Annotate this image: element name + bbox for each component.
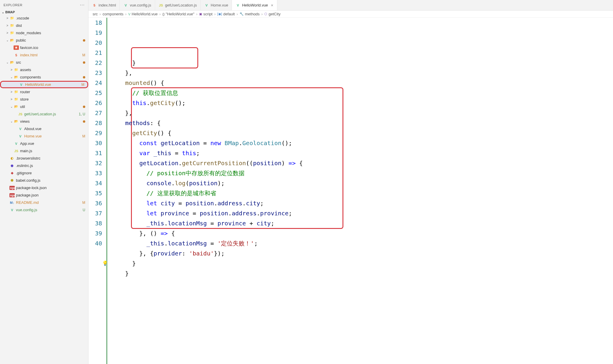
tree-item[interactable]: >📁.vscode <box>0 14 88 22</box>
close-icon[interactable]: × <box>271 3 273 8</box>
tree-item-label: favicon.ico <box>20 45 85 50</box>
tree-item[interactable]: VHome.vueM <box>0 132 88 140</box>
tree-item[interactable]: ⬢babel.config.js <box>0 177 88 184</box>
line-number: 22 <box>88 58 102 68</box>
tab-label: HelloWorld.vue <box>242 3 268 7</box>
code-line[interactable]: const getLocation = new BMap.Geolocation… <box>111 138 613 148</box>
tree-item[interactable]: VAbout.vue <box>0 125 88 132</box>
breadcrumb-segment[interactable]: src <box>93 12 98 16</box>
code-line[interactable]: _this.locationMsg = province + city; <box>111 218 613 228</box>
code-line[interactable]: } <box>111 58 613 68</box>
tree-item[interactable]: ★favicon.ico <box>0 44 88 51</box>
code-line[interactable]: let province = position.address.province… <box>111 208 613 218</box>
breadcrumb-separator-icon: › <box>261 12 263 16</box>
file-icon: 📁 <box>9 24 15 27</box>
line-number: 29 <box>88 128 102 138</box>
file-icon: ★ <box>14 45 19 50</box>
code-line[interactable]: let city = position.address.city; <box>111 198 613 208</box>
tree-item[interactable]: ◐.browserslistrc <box>0 155 88 162</box>
editor-tabs: 5index.htmlVvue.config.jsJSgetUserLocati… <box>88 0 613 11</box>
code-line[interactable]: console.log(position); <box>111 178 613 188</box>
code-line[interactable]: _this.locationMsg = '定位失败！'; <box>111 238 613 248</box>
editor-tab[interactable]: VHelloWorld.vue× <box>232 0 277 10</box>
code-area[interactable]: } }, mounted() { // 获取位置信息 this.getCity(… <box>108 18 613 364</box>
tree-item[interactable]: VApp.vue <box>0 140 88 147</box>
code-line[interactable]: getLocation.getCurrentPosition((position… <box>111 158 613 168</box>
tree-item[interactable]: ◉.eslintrc.js <box>0 162 88 169</box>
code-line[interactable]: mounted() { <box>111 78 613 88</box>
editor-tab[interactable]: 5index.html <box>88 0 120 10</box>
tree-item[interactable]: Vvue.config.jsU <box>0 206 88 214</box>
tab-file-icon: V <box>123 4 128 7</box>
file-icon: JS <box>18 112 23 116</box>
tab-file-icon: V <box>235 4 240 7</box>
code-line[interactable]: this.getCity(); <box>111 98 613 108</box>
tree-item[interactable]: JSgetUserLocation.js1, U <box>0 110 88 118</box>
breadcrumb-segment[interactable]: {}"HelloWorld.vue" <box>162 12 194 16</box>
breadcrumb-segment[interactable]: VHelloWorld.vue <box>128 12 158 16</box>
tree-item[interactable]: VHelloWorld.vueM <box>0 81 88 88</box>
editor[interactable]: 1819202122232425262728293031323334353637… <box>88 18 613 364</box>
code-line[interactable]: // position中存放所有的定位数据 <box>111 168 613 178</box>
modified-dot-icon <box>83 39 85 42</box>
tree-item[interactable]: ⌄📂public <box>0 37 88 44</box>
tree-item[interactable]: npmpackage.json <box>0 191 88 199</box>
project-section-header[interactable]: ⌄ BMAP <box>0 10 88 14</box>
tree-item-label: assets <box>20 68 85 72</box>
tree-item[interactable]: M↓README.mdM <box>0 199 88 206</box>
tree-item[interactable]: 5index.htmlM <box>0 51 88 59</box>
explorer-sidebar: EXPLORER ··· ⌄ BMAP >📁.vscode>📁dist>📁nod… <box>0 0 88 364</box>
tree-item[interactable]: >📁router <box>0 88 88 96</box>
breadcrumb-segment[interactable]: [◉]default <box>217 12 235 16</box>
code-line[interactable]: }, {provider: 'baidu'}); <box>111 248 613 258</box>
tree-item-label: .vscode <box>16 16 85 20</box>
editor-tab[interactable]: Vvue.config.js <box>120 0 155 10</box>
code-line[interactable]: var _this = this; <box>111 148 613 158</box>
code-line[interactable]: getCity() { <box>111 128 613 138</box>
tree-item[interactable]: >📁dist <box>0 22 88 29</box>
line-number: 40 <box>88 238 102 248</box>
file-icon: 📂 <box>14 119 19 123</box>
tree-item[interactable]: >📁store <box>0 96 88 103</box>
explorer-more-icon[interactable]: ··· <box>80 2 85 8</box>
code-line[interactable]: }, <box>111 108 613 118</box>
tree-item[interactable]: ⌄📂components <box>0 73 88 81</box>
tree-item[interactable]: >📁assets <box>0 66 88 73</box>
code-line[interactable]: // 获取位置信息 <box>111 88 613 98</box>
tree-item[interactable]: ⌄📂util <box>0 103 88 110</box>
tree-item[interactable]: npmpackage-lock.json <box>0 184 88 191</box>
code-line[interactable]: }💡 <box>111 258 613 268</box>
tree-item[interactable]: ⌄📂src <box>0 59 88 66</box>
tree-item[interactable]: ◆.gitignore <box>0 169 88 177</box>
code-line[interactable]: }, () => { <box>111 228 613 238</box>
file-icon: 📂 <box>14 105 19 109</box>
chevron-icon: ⌄ <box>5 61 9 64</box>
file-icon: ◉ <box>9 164 15 168</box>
code-line[interactable]: }, <box>111 68 613 78</box>
file-icon: npm <box>9 193 15 197</box>
breadcrumb-separator-icon: › <box>196 12 197 16</box>
code-line[interactable] <box>111 278 613 288</box>
code-line[interactable]: } <box>111 268 613 278</box>
file-icon: 📂 <box>14 75 19 79</box>
breadcrumb-segment[interactable]: ⬡getCity <box>264 12 280 16</box>
breadcrumb-segment[interactable]: ▣script <box>199 12 212 16</box>
lightbulb-icon[interactable]: 💡 <box>102 258 108 268</box>
code-line[interactable]: methods: { <box>111 118 613 128</box>
git-status: M <box>82 53 85 57</box>
file-tree: >📁.vscode>📁dist>📁node_modules⌄📂public★fa… <box>0 14 88 364</box>
code-line[interactable]: // 这里获取的是城市和省 <box>111 188 613 198</box>
tree-item[interactable]: >📁node_modules <box>0 29 88 37</box>
breadcrumb-label: getCity <box>268 12 280 16</box>
tree-item-label: components <box>20 75 82 79</box>
tree-item-label: package.json <box>16 193 85 197</box>
tree-item-label: node_modules <box>16 31 85 35</box>
editor-tab[interactable]: JSgetUserLocation.js <box>155 0 201 10</box>
editor-tab[interactable]: VHome.vue <box>201 0 232 10</box>
tree-item[interactable]: ⌄📂views <box>0 118 88 125</box>
line-number: 36 <box>88 198 102 208</box>
breadcrumb-segment[interactable]: components <box>103 12 124 16</box>
tree-item[interactable]: JSmain.js <box>0 147 88 155</box>
breadcrumb-segment[interactable]: 🔧methods <box>240 12 260 16</box>
file-icon: V <box>19 83 24 86</box>
